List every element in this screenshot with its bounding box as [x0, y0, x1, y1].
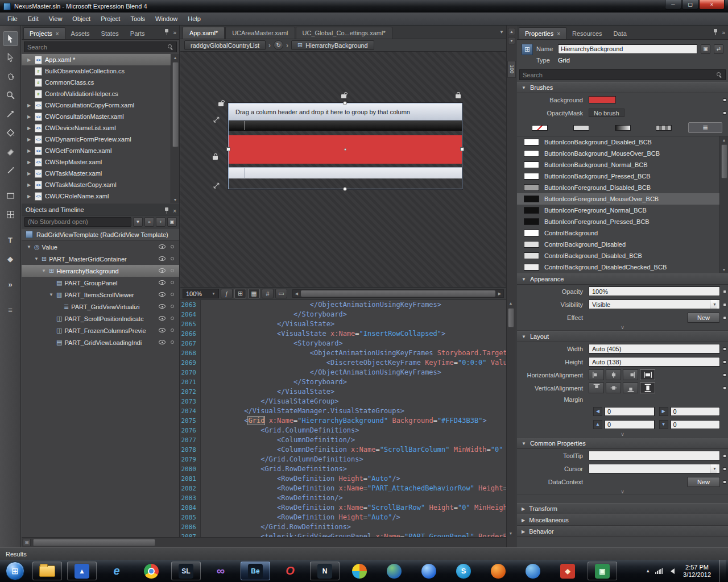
valign-center-button[interactable]	[606, 383, 621, 393]
taskbar-silverlight-app[interactable]: SL	[171, 562, 201, 580]
file-tree-item[interactable]: ▶<>CWStepMaster.xaml	[22, 156, 179, 168]
layout-panel-tool[interactable]	[3, 207, 18, 222]
file-tree-item[interactable]: ▶<>CWDynamicFormPreview.xaml	[22, 134, 179, 145]
text-tool[interactable]: T	[3, 232, 18, 247]
valign-stretch-button[interactable]	[640, 383, 655, 393]
code-line[interactable]: 2068 <ObjectAnimationUsingKeyFrames Stor…	[180, 348, 506, 358]
element-name-input[interactable]	[558, 44, 697, 54]
width-input[interactable]: Auto (405)	[589, 344, 720, 354]
expand-icon[interactable]: ▶	[26, 103, 32, 108]
menu-view[interactable]: View	[44, 14, 68, 24]
storyboard-picker[interactable]: (No Storyboard open)	[24, 217, 131, 227]
properties-search-input[interactable]	[523, 72, 716, 78]
file-tree-item[interactable]: ▶<>CWTaskMasterCopy.xaml	[22, 179, 179, 190]
expand-icon[interactable]: ▶	[26, 194, 32, 199]
code-line[interactable]: 2085 <RowDefinition Height="Auto"/>	[180, 513, 506, 522]
advanced-options-peg[interactable]	[723, 480, 726, 484]
appearance-expander[interactable]: ∨	[517, 324, 728, 331]
visibility-eye-icon[interactable]	[159, 304, 166, 309]
template-edit-icon[interactable]: ▣	[701, 44, 710, 54]
halign-left-button[interactable]	[589, 369, 604, 380]
artboard-red-region[interactable]	[229, 135, 462, 164]
parts-panel-toggle[interactable]: ≡	[3, 302, 18, 317]
code-scrollbar[interactable]: ▲ ▼	[506, 300, 515, 537]
code-line[interactable]: 2074 </VisualStateManager.VisualStateGro…	[180, 406, 506, 416]
swap-icon[interactable]: ⇄	[714, 44, 723, 54]
xaml-code-editor[interactable]: 2063 </ObjectAnimationUsingKeyFrames>206…	[180, 300, 506, 538]
no-brush-tab[interactable]	[523, 122, 557, 133]
objects-tree-item[interactable]: ◫PART_FrozenColumnsPrevie	[22, 325, 179, 336]
taskbar-earth-app[interactable]	[379, 562, 409, 580]
datacontext-new-button[interactable]: New	[687, 477, 720, 487]
objects-tree-item[interactable]: ▤PART_GridViewLoadingIndi	[22, 336, 179, 348]
menu-tools[interactable]: Tools	[125, 14, 150, 24]
advanced-options-peg[interactable]	[723, 386, 726, 390]
projects-tab-assets[interactable]: Assets	[65, 28, 96, 39]
pin-icon[interactable]	[713, 29, 718, 36]
height-input[interactable]: Auto (138)	[589, 357, 720, 367]
brush-resource-item[interactable]: ControlBackground_Disabled	[517, 239, 728, 250]
code-line[interactable]: 2078 <ColumnDefinition x:Name="ScrollBar…	[180, 445, 506, 455]
menu-object[interactable]: Object	[67, 14, 96, 24]
code-line[interactable]: 2077 <ColumnDefinition/>	[180, 435, 506, 445]
taskbar-clock[interactable]: 2:57 PM 3/12/2012	[680, 564, 714, 579]
zoom-select[interactable]: 100% ▼	[183, 289, 219, 298]
advanced-options-peg[interactable]	[723, 290, 726, 293]
code-line[interactable]: 2086 </Grid.RowDefinitions>	[180, 522, 506, 532]
maximize-button[interactable]: ▢	[682, 0, 698, 10]
panel-more-icon[interactable]: »	[722, 30, 725, 36]
bottom-center-handle[interactable]	[343, 187, 347, 191]
storyboard-add-icon[interactable]: +	[156, 217, 166, 227]
more-tools[interactable]: »	[3, 277, 18, 292]
pin-icon[interactable]	[164, 207, 169, 214]
advanced-options-peg[interactable]	[723, 98, 726, 102]
storyboard-close-icon[interactable]: ×	[144, 217, 154, 227]
lock-dot-icon[interactable]	[171, 305, 174, 308]
unlock-icon[interactable]	[341, 94, 346, 98]
visibility-eye-icon[interactable]	[159, 316, 166, 321]
visibility-eye-icon[interactable]	[159, 268, 166, 273]
objects-tree-item[interactable]: ▼⊞HierrarchyBackground	[22, 265, 179, 277]
advanced-options-peg[interactable]	[723, 373, 726, 377]
code-line[interactable]: 2083 <RowDefinition/>	[180, 493, 506, 503]
visibility-eye-icon[interactable]	[159, 340, 166, 344]
rectangle-tool[interactable]	[3, 188, 18, 203]
right-edge-handle[interactable]	[460, 147, 464, 151]
pin-icon[interactable]	[164, 29, 169, 36]
file-tree-item[interactable]: ▶<>CWUCRoleName.xaml	[22, 190, 179, 202]
valign-bottom-button[interactable]	[623, 383, 638, 393]
brushes-section-header[interactable]: ▼ Brushes	[517, 82, 728, 93]
halign-center-button[interactable]	[606, 369, 621, 380]
margin-lock-icon[interactable]	[213, 156, 218, 160]
code-line[interactable]: 2079 </Grid.ColumnDefinitions>	[180, 455, 506, 464]
background-brush-swatch[interactable]	[589, 96, 616, 103]
code-line[interactable]: 2070 </ObjectAnimationUsingKeyFrames>	[180, 368, 506, 377]
taskbar-chrome[interactable]	[136, 562, 166, 580]
expand-icon[interactable]: ▶	[26, 137, 32, 142]
halign-stretch-button[interactable]	[640, 369, 655, 380]
direct-selection-tool[interactable]	[3, 50, 18, 65]
tile-brush-tab[interactable]	[647, 122, 681, 133]
tooltip-input[interactable]	[589, 451, 720, 460]
projects-tab-projects[interactable]: Projects×	[23, 27, 65, 39]
code-line[interactable]: 2069 <DiscreteObjectKeyFrame KeyTime="0:…	[180, 358, 506, 368]
snap-grid-toggle[interactable]: ▦	[248, 289, 260, 298]
document-tab[interactable]: App.xaml*	[183, 27, 225, 39]
breadcrumb-current[interactable]: ⊞ HierrarchyBackground	[291, 40, 374, 50]
halign-right-button[interactable]	[623, 369, 638, 380]
brush-resource-item[interactable]: ControlBackground	[517, 227, 728, 239]
storyboard-camera-icon[interactable]: ▣	[167, 217, 177, 227]
brush-resource-item[interactable]: ButtonIconBackground_Normal_BCB	[517, 159, 728, 171]
visibility-eye-icon[interactable]	[159, 328, 166, 332]
paint-bucket-tool[interactable]	[3, 125, 18, 140]
expand-icon[interactable]: ▶	[26, 182, 32, 188]
file-tree-item[interactable]: #ControlValidationHelper.cs	[22, 88, 179, 99]
file-tree-item[interactable]: ▶<>App.xaml *	[22, 54, 179, 65]
taskbar-expression-design[interactable]	[345, 562, 374, 580]
lock-dot-icon[interactable]	[171, 281, 174, 284]
solid-brush-tab[interactable]	[564, 122, 598, 133]
brush-resource-item[interactable]: ButtonIconForeground_Disabled_BCB	[517, 182, 728, 193]
resize-diagonal-icon[interactable]	[213, 116, 220, 123]
taskbar-blue-orb-app[interactable]	[414, 562, 444, 580]
valign-top-button[interactable]	[589, 383, 604, 393]
